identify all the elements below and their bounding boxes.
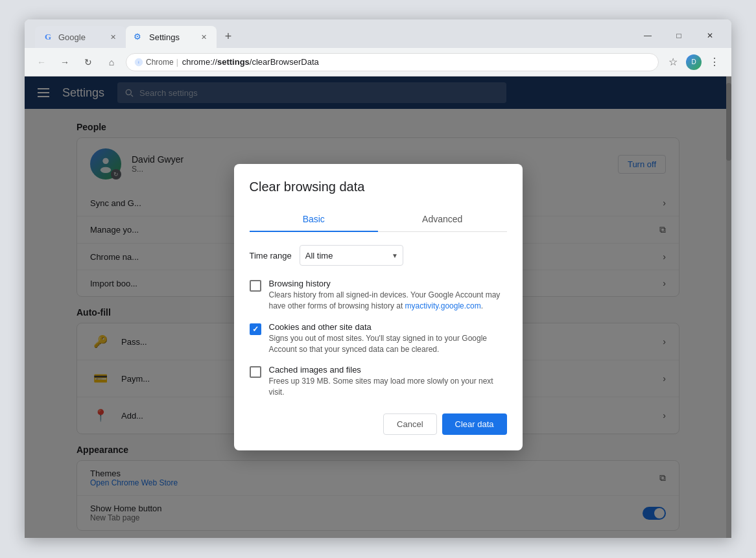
url-security-indicator: i Chrome |	[134, 58, 178, 67]
tab-settings-close[interactable]: ✕	[198, 32, 209, 42]
tab-google[interactable]: G Google ✕	[35, 26, 126, 48]
cookies-content: Cookies and other site data Signs you ou…	[269, 322, 507, 355]
security-label: Chrome	[146, 58, 174, 67]
close-button[interactable]: ✕	[695, 26, 725, 45]
google-favicon: G	[43, 32, 53, 42]
browser-window: G Google ✕ ⚙ Settings ✕ + — □ ✕ ← → ↻ ⌂	[25, 19, 731, 538]
cancel-button[interactable]: Cancel	[383, 413, 436, 435]
reload-button[interactable]: ↻	[79, 53, 97, 71]
checkbox-cache: Cached images and files Frees up 319 MB.…	[250, 365, 507, 398]
modal-overlay[interactable]: Clear browsing data Basic Advanced Time …	[25, 76, 731, 538]
time-range-row: Time range All time Last 4 weeks Last 7 …	[250, 245, 507, 266]
maximize-button[interactable]: □	[664, 26, 694, 45]
settings-page: Settings Search settings People	[25, 76, 731, 538]
clear-data-button[interactable]: Clear data	[442, 413, 507, 435]
cache-checkbox[interactable]	[250, 366, 261, 378]
cache-content: Cached images and files Frees up 319 MB.…	[269, 365, 507, 398]
menu-button[interactable]: ⋮	[705, 53, 724, 71]
cache-label: Cached images and files	[269, 365, 507, 375]
browsing-history-desc: Clears history from all signed-in device…	[269, 290, 507, 312]
tab-advanced[interactable]: Advanced	[378, 207, 507, 232]
time-range-select[interactable]: All time Last 4 weeks Last 7 days Last 2…	[300, 245, 403, 266]
browsing-desc-part2: .	[481, 301, 483, 310]
avatar: D	[686, 54, 702, 70]
myactivity-link[interactable]: myactivity.google.com	[405, 301, 481, 310]
time-range-select-wrapper: All time Last 4 weeks Last 7 days Last 2…	[300, 245, 403, 266]
clear-browsing-data-dialog: Clear browsing data Basic Advanced Time …	[234, 164, 523, 450]
bookmark-button[interactable]: ☆	[664, 53, 682, 71]
cookies-label: Cookies and other site data	[269, 322, 507, 332]
checkbox-browsing-history: Browsing history Clears history from all…	[250, 279, 507, 312]
tab-basic[interactable]: Basic	[250, 207, 379, 232]
toolbar-icons: ☆ D ⋮	[664, 53, 724, 71]
tab-google-close[interactable]: ✕	[108, 32, 118, 42]
home-button[interactable]: ⌂	[102, 53, 121, 71]
tab-google-label: Google	[58, 32, 86, 42]
browsing-history-checkbox[interactable]	[250, 280, 261, 292]
address-bar: ← → ↻ ⌂ i Chrome | chrome://settings/cle…	[25, 48, 731, 76]
tab-settings-label: Settings	[149, 32, 180, 42]
forward-button[interactable]: →	[56, 53, 74, 71]
shield-icon: i	[134, 58, 143, 67]
time-range-label: Time range	[250, 251, 292, 261]
minimize-button[interactable]: —	[633, 26, 663, 45]
dialog-title: Clear browsing data	[250, 180, 507, 194]
url-prefix: chrome://	[182, 57, 217, 67]
dialog-footer: Cancel Clear data	[250, 413, 507, 435]
svg-text:i: i	[138, 60, 139, 64]
checkbox-cookies: Cookies and other site data Signs you ou…	[250, 322, 507, 355]
profile-button[interactable]: D	[685, 53, 703, 71]
url-text: chrome://settings/clearBrowserData	[182, 57, 319, 67]
settings-favicon: ⚙	[134, 32, 144, 42]
title-bar: G Google ✕ ⚙ Settings ✕ + — □ ✕	[25, 19, 731, 48]
url-bar[interactable]: i Chrome | chrome://settings/clearBrowse…	[126, 53, 659, 71]
url-suffix: /clearBrowserData	[250, 57, 319, 67]
browsing-history-label: Browsing history	[269, 279, 507, 288]
cookies-checkbox[interactable]	[250, 323, 261, 335]
cookies-desc: Signs you out of most sites. You'll stay…	[269, 333, 507, 355]
tab-settings[interactable]: ⚙ Settings ✕	[126, 26, 217, 48]
cache-desc: Frees up 319 MB. Some sites may load mor…	[269, 376, 507, 398]
url-bold-part: settings	[217, 57, 250, 67]
back-button[interactable]: ←	[32, 53, 51, 71]
browsing-history-content: Browsing history Clears history from all…	[269, 279, 507, 312]
new-tab-button[interactable]: +	[219, 27, 237, 45]
window-controls: — □ ✕	[633, 26, 725, 45]
tabs-row: G Google ✕ ⚙ Settings ✕ +	[30, 26, 237, 48]
dialog-tabs: Basic Advanced	[250, 207, 507, 232]
